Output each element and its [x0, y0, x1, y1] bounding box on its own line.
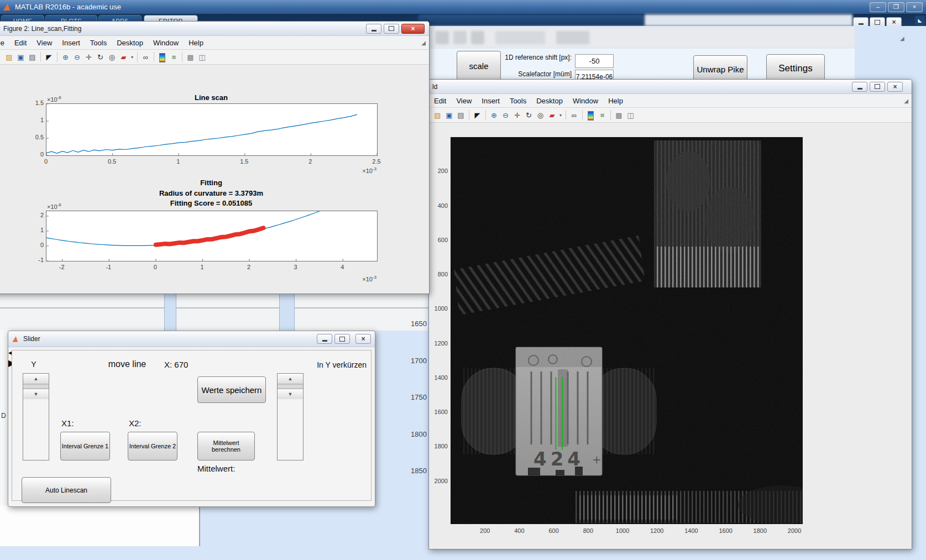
menu-help[interactable]: Help [603, 96, 628, 106]
brush-dropdown-icon[interactable]: ▾ [130, 52, 134, 62]
minimize-button[interactable] [852, 82, 867, 92]
minimize-button[interactable] [317, 334, 332, 344]
link-plots-icon[interactable]: ∞ [569, 110, 579, 121]
figure2-titlebar[interactable]: Figure 2: Line_scan,Fitting × [0, 22, 429, 36]
axis-tick-label: 0 [25, 242, 44, 248]
y-slider[interactable]: ▲ ▼ [23, 373, 49, 460]
figure-ld-titlebar[interactable]: ld × [429, 80, 912, 94]
minimize-button[interactable] [366, 24, 381, 34]
cursor-icon[interactable]: ◤ [472, 110, 483, 121]
scale-button[interactable]: scale [457, 51, 501, 81]
menu-edit[interactable]: Edit [429, 96, 451, 106]
dock-icon[interactable]: ◫ [197, 52, 207, 62]
pan-icon[interactable]: ✛ [512, 110, 522, 121]
menu-edit[interactable]: Edit [9, 38, 32, 48]
menu-view[interactable]: View [32, 38, 57, 48]
axis-tick-label: 2.5 [365, 158, 388, 165]
zoom-in-icon[interactable]: ⊕ [60, 52, 71, 62]
insert-legend-icon[interactable]: ≡ [597, 110, 608, 121]
slider-down-arrow-icon[interactable]: ▼ [23, 389, 49, 399]
menu-view[interactable]: View [451, 96, 477, 106]
insert-colorbar-icon[interactable] [585, 110, 596, 121]
rotate3d-icon[interactable]: ↻ [524, 110, 534, 121]
brush-dropdown-icon[interactable]: ▾ [558, 110, 563, 121]
print-icon[interactable]: ▤ [27, 52, 38, 62]
fitting-plot[interactable] [46, 211, 378, 261]
close-button[interactable]: × [401, 24, 425, 34]
axis-tick-label: 1 [25, 117, 44, 123]
insert-colorbar-icon[interactable] [157, 52, 168, 62]
auto-linescan-button[interactable]: Auto Linescan [22, 477, 111, 503]
menu-window[interactable]: Window [568, 96, 603, 106]
zoom-out-icon[interactable]: ⊖ [72, 52, 82, 62]
slider-up-arrow-icon[interactable]: ▲ [278, 374, 303, 384]
linescan-plot[interactable] [46, 103, 378, 156]
axis-tick-label: 2 [25, 212, 44, 218]
dock-arrow-icon[interactable]: ◢ [900, 35, 908, 43]
open-icon[interactable]: ▨ [4, 52, 14, 62]
axis-tick-label: 1 [25, 227, 44, 233]
background-axis-tick-label: 1850 [408, 467, 427, 475]
zoom-out-icon[interactable]: ⊖ [500, 110, 511, 121]
close-button[interactable]: × [887, 82, 903, 92]
restore-button[interactable] [870, 82, 885, 92]
matlab-logo-icon [12, 336, 18, 342]
print-icon[interactable]: ▤ [456, 110, 466, 121]
menu-tools[interactable]: Tools [85, 38, 112, 48]
menu-insert[interactable]: Insert [477, 96, 505, 106]
open-icon[interactable]: ▨ [432, 110, 443, 121]
shorten-y-slider[interactable]: ▲ ▼ [277, 373, 304, 460]
axis-tick-label: 1600 [715, 527, 737, 534]
rotate3d-icon[interactable]: ↻ [95, 52, 106, 62]
menu-tools[interactable]: Tools [505, 96, 531, 106]
axis-tick-label: 1800 [749, 527, 771, 534]
slider-title: Slider [23, 335, 40, 343]
close-button[interactable]: × [355, 334, 371, 344]
restore-button[interactable]: ❐ [888, 2, 904, 12]
calc-mean-button[interactable]: Mittelwert berechnen [197, 432, 255, 460]
insert-legend-icon[interactable]: ≡ [169, 52, 179, 62]
save-icon[interactable]: ▣ [15, 52, 26, 62]
background-axis-tick-label: 1750 [408, 393, 427, 401]
dock-arrow-icon[interactable]: ◢ [421, 40, 426, 46]
close-button[interactable]: × [906, 2, 923, 12]
interval-limit1-button[interactable]: Interval Grenze 1 [60, 432, 110, 460]
x2-label: X2: [129, 418, 142, 428]
menu-window[interactable]: Window [148, 38, 184, 48]
menu-help[interactable]: Help [184, 38, 208, 48]
background-axis-tick-label: 1700 [408, 357, 427, 365]
restore-button[interactable] [384, 24, 399, 34]
menu-insert[interactable]: Insert [57, 38, 85, 48]
save-icon[interactable]: ▣ [444, 110, 454, 121]
brush-icon[interactable]: ▰ [547, 110, 557, 121]
menu-file[interactable]: File [0, 38, 9, 48]
fitting-subtitle-score: Fitting Score = 0.051085 [46, 199, 376, 207]
slider-titlebar[interactable]: Slider × [8, 331, 375, 347]
slider-down-arrow-icon[interactable]: ▼ [278, 389, 303, 399]
link-plots-icon[interactable]: ∞ [140, 52, 151, 62]
axis-tick-label: 1 [167, 158, 189, 165]
zoom-in-icon[interactable]: ⊕ [489, 110, 499, 121]
menu-desktop[interactable]: Desktop [112, 38, 148, 48]
data-cursor-icon[interactable]: ◎ [535, 110, 546, 121]
restore-button[interactable] [334, 334, 350, 344]
ref-shift-field[interactable]: -50 [575, 54, 614, 68]
interval-limit2-button[interactable]: Interval Grenze 2 [128, 432, 177, 460]
hold-on-icon[interactable]: ▩ [614, 110, 624, 121]
cursor-icon[interactable]: ◤ [44, 52, 54, 62]
slider-up-arrow-icon[interactable]: ▲ [23, 374, 49, 384]
dock-arrow-icon[interactable]: ◢ [904, 98, 908, 104]
hold-on-icon[interactable]: ▩ [185, 52, 196, 62]
pan-icon[interactable]: ✛ [83, 52, 94, 62]
phase-image[interactable]: 424 + [451, 137, 803, 524]
axis-tick-label: 0 [144, 264, 166, 270]
axis-tick-label: 2000 [783, 527, 805, 534]
dock-icon[interactable]: ◫ [625, 110, 636, 121]
minimize-button[interactable]: – [870, 2, 886, 12]
data-cursor-icon[interactable]: ◎ [107, 52, 117, 62]
collapse-panel-icon[interactable]: ◣ [915, 15, 925, 25]
brush-icon[interactable]: ▰ [118, 52, 129, 62]
menu-desktop[interactable]: Desktop [531, 96, 568, 106]
axis-tick-label: 1800 [431, 443, 448, 449]
save-values-button[interactable]: Werte speichern [197, 376, 266, 403]
